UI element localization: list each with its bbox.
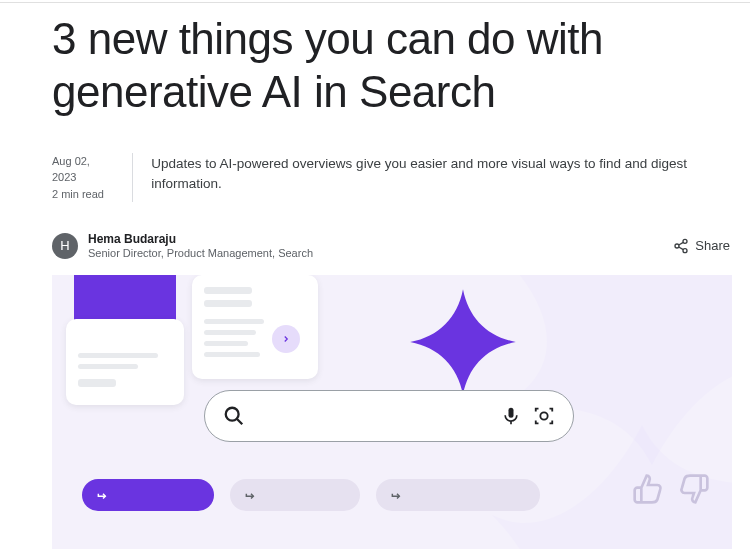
meta-divider xyxy=(132,153,133,203)
hero-illustration xyxy=(52,275,732,549)
carousel-next-button xyxy=(272,325,300,353)
author-block: Hema Budaraju Senior Director, Product M… xyxy=(88,232,313,259)
svg-point-5 xyxy=(226,408,239,421)
share-button[interactable]: Share xyxy=(673,238,732,254)
author-title: Senior Director, Product Management, Sea… xyxy=(88,247,313,259)
return-arrow-icon xyxy=(244,488,258,502)
chip-active xyxy=(82,479,214,511)
suggestion-chips xyxy=(82,479,540,511)
article-container: 3 new things you can do with generative … xyxy=(0,13,750,549)
search-icon xyxy=(223,405,245,427)
feedback-buttons xyxy=(632,473,710,505)
sparkle-icon xyxy=(408,287,518,397)
share-icon xyxy=(673,238,689,254)
search-bar-illustration xyxy=(204,390,574,442)
meta-left: Aug 02, 2023 2 min read xyxy=(52,153,114,203)
author-avatar: H xyxy=(52,233,78,259)
chip-2 xyxy=(230,479,360,511)
illustration-card-skeleton-2 xyxy=(66,319,184,405)
svg-rect-7 xyxy=(509,408,514,418)
thumbs-up-icon xyxy=(632,473,664,505)
svg-point-0 xyxy=(683,239,687,243)
return-arrow-icon xyxy=(96,488,110,502)
svg-point-2 xyxy=(683,248,687,252)
microphone-icon xyxy=(501,406,521,426)
byline-row: H Hema Budaraju Senior Director, Product… xyxy=(52,232,732,259)
share-label: Share xyxy=(695,238,730,253)
byline-left: H Hema Budaraju Senior Director, Product… xyxy=(52,232,313,259)
lens-icon xyxy=(533,405,555,427)
svg-point-9 xyxy=(540,412,547,419)
thumbs-down-icon xyxy=(678,473,710,505)
svg-line-4 xyxy=(679,247,684,250)
illustration-card-skeleton-1 xyxy=(192,275,318,379)
top-divider xyxy=(0,2,750,3)
svg-point-1 xyxy=(675,244,679,248)
article-summary: Updates to AI-powered overviews give you… xyxy=(151,153,732,195)
read-time: 2 min read xyxy=(52,186,114,203)
meta-row: Aug 02, 2023 2 min read Updates to AI-po… xyxy=(52,153,732,203)
return-arrow-icon xyxy=(390,488,404,502)
svg-line-6 xyxy=(237,419,243,425)
publish-date: Aug 02, 2023 xyxy=(52,153,114,186)
article-headline: 3 new things you can do with generative … xyxy=(52,13,732,119)
author-name: Hema Budaraju xyxy=(88,232,313,246)
chevron-right-icon xyxy=(281,334,291,344)
svg-line-3 xyxy=(679,242,684,245)
chip-3 xyxy=(376,479,540,511)
